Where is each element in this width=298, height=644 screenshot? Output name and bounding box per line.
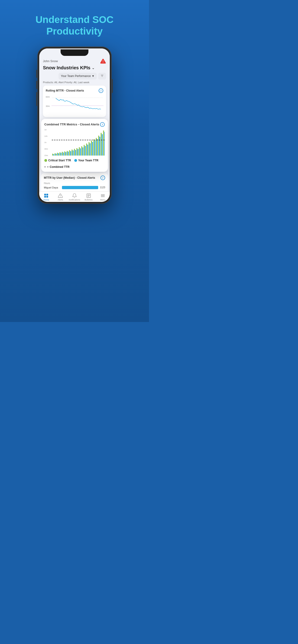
phone-notch — [39, 48, 110, 56]
y-label-30m: 30m — [46, 105, 50, 107]
svg-rect-51 — [44, 194, 46, 196]
notch-cutout — [61, 50, 88, 56]
volume-down-button — [36, 81, 37, 89]
svg-rect-9 — [55, 153, 56, 156]
legend-blue-dot — [74, 159, 77, 162]
hero-title: Understand SOC Productivity — [22, 14, 127, 37]
legend-dashed-line — [44, 167, 49, 167]
floating-chart-container: Combined TTR Metrics - Closed Alerts i 1… — [41, 119, 108, 172]
company-header-row[interactable]: Snow Industries KPIs ⌄ — [43, 65, 106, 70]
legend-combined-ttr: Combined TTR — [44, 165, 69, 168]
svg-rect-17 — [64, 152, 65, 156]
svg-rect-10 — [56, 154, 57, 156]
svg-rect-53 — [44, 196, 46, 198]
svg-rect-42 — [95, 140, 95, 156]
dropdown-chevron-icon: ▼ — [92, 74, 95, 78]
svg-rect-30 — [80, 148, 81, 156]
bulletins-icon — [86, 193, 91, 198]
svg-rect-34 — [85, 146, 86, 156]
alert-triangle-icon[interactable] — [100, 58, 106, 64]
filter-controls-row: Your Team Performance ▼ — [43, 73, 106, 80]
svg-rect-12 — [58, 153, 59, 156]
screen-content: John Snow Snow Industries KPIs ⌄ — [39, 56, 110, 117]
y-label-1d: 1d — [44, 129, 48, 131]
svg-rect-50 — [104, 132, 105, 156]
svg-rect-39 — [91, 141, 92, 156]
tab-alerts-label: Alerts — [58, 199, 63, 201]
svg-rect-23 — [72, 150, 73, 156]
svg-rect-47 — [101, 133, 102, 156]
svg-rect-40 — [92, 142, 93, 156]
chart2-area: 1d 12h 1h 30m 15m — [44, 129, 105, 156]
y-label-15m: 15m — [44, 154, 48, 156]
chart3-title: MTTR by User (Median) - Closed Alerts — [44, 176, 95, 180]
chart1-title: Rolling MTTR - Closed Alerts — [46, 89, 84, 92]
chart1-info-icon[interactable]: i — [99, 88, 103, 93]
chart3-header: MTTR by User (Median) - Closed Alerts i — [44, 176, 105, 180]
rolling-mttr-card: Rolling MTTR - Closed Alerts i 60m 30m — [43, 86, 106, 117]
performance-dropdown[interactable]: Your Team Performance ▼ — [59, 73, 97, 80]
svg-rect-22 — [70, 151, 71, 156]
chart1-area: 60m 30m — [46, 95, 103, 114]
svg-rect-15 — [62, 152, 63, 156]
chart2-y-labels: 1d 12h 1h 30m 15m — [44, 129, 48, 156]
user-name: John Snow — [43, 59, 58, 63]
menu-icon — [100, 193, 105, 198]
svg-rect-32 — [82, 148, 83, 156]
svg-rect-8 — [53, 154, 54, 156]
svg-rect-21 — [69, 150, 70, 156]
chart2-title: Combined TTR Metrics - Closed Alerts — [44, 123, 99, 126]
y-label-1h: 1h — [44, 142, 48, 144]
user-bar-value: 1123 — [100, 186, 105, 189]
chart1-svg — [52, 95, 103, 113]
tab-bulletins-label: Bulletins — [85, 199, 93, 201]
filter-button[interactable] — [98, 73, 106, 80]
user-header-row: John Snow — [43, 58, 106, 64]
svg-rect-37 — [89, 142, 90, 156]
svg-rect-43 — [96, 138, 97, 156]
alerts-icon — [58, 193, 63, 198]
chevron-down-icon: ⌄ — [92, 66, 95, 70]
combined-ttr-card: Combined TTR Metrics - Closed Alerts i 1… — [41, 119, 108, 172]
svg-rect-18 — [66, 152, 66, 156]
svg-rect-25 — [74, 149, 75, 156]
svg-rect-19 — [67, 151, 68, 156]
power-button — [112, 79, 113, 93]
svg-rect-7 — [52, 154, 53, 156]
svg-rect-24 — [73, 150, 74, 156]
svg-rect-11 — [57, 153, 58, 156]
tab-alerts[interactable]: Alerts — [53, 193, 68, 201]
combined-ttr-dashed-line — [52, 140, 105, 140]
tab-bulletins[interactable]: Bulletins — [82, 193, 96, 201]
chart2-info-icon[interactable]: i — [100, 122, 105, 127]
svg-rect-31 — [81, 146, 82, 156]
mttr-by-user-card: MTTR by User (Median) - Closed Alerts i … — [41, 173, 108, 192]
volume-up-button — [36, 70, 37, 78]
y-label-60m: 60m — [46, 96, 50, 98]
svg-rect-49 — [103, 130, 104, 156]
chart2-legend: Critical Start TTR Your Team TTR Combine… — [44, 159, 105, 168]
tab-menu-label: Menu — [100, 199, 105, 201]
chart3-info-icon[interactable]: i — [101, 176, 105, 180]
svg-rect-27 — [76, 148, 77, 156]
y-label-30m: 30m — [44, 148, 48, 150]
phone-mockup: John Snow Snow Industries KPIs ⌄ — [37, 46, 112, 204]
company-name: Snow Industries KPIs — [43, 65, 90, 70]
svg-rect-13 — [59, 152, 60, 156]
tab-notifications[interactable]: Notifications — [68, 193, 82, 201]
mute-button — [36, 92, 37, 106]
svg-rect-26 — [75, 150, 76, 156]
page-background: Understand SOC Productivity John Snow — [0, 0, 149, 322]
notifications-icon — [72, 193, 77, 198]
chart2-header: Combined TTR Metrics - Closed Alerts i — [44, 122, 105, 127]
tab-home[interactable]: Home — [39, 193, 53, 201]
y-label-12h: 12h — [44, 135, 48, 137]
svg-rect-36 — [87, 145, 88, 156]
home-icon — [44, 193, 49, 198]
svg-rect-28 — [78, 149, 79, 156]
svg-rect-52 — [47, 194, 48, 196]
svg-rect-38 — [90, 143, 91, 156]
chart1-header: Rolling MTTR - Closed Alerts i — [46, 88, 103, 93]
tab-menu[interactable]: Menu — [96, 193, 110, 201]
tab-home-label: Home — [43, 199, 49, 201]
